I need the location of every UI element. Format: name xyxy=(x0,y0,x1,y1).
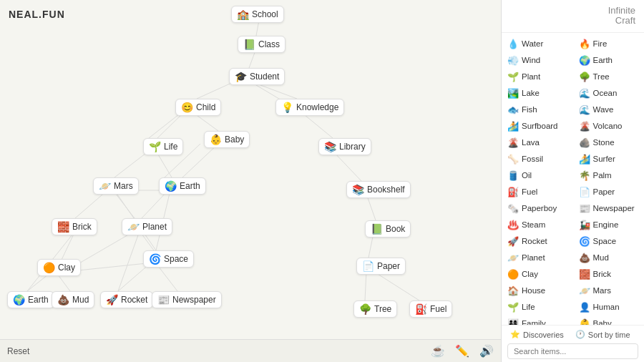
panel-item-clay[interactable]: 🟠Clay xyxy=(502,266,573,283)
tree-panel-label: Tree xyxy=(593,72,610,81)
panel-item-wave[interactable]: 🌊Wave xyxy=(573,102,645,118)
mars-icon: 🪐 xyxy=(579,285,590,296)
canvas-node-brick-left[interactable]: 🧱Brick xyxy=(52,218,97,235)
knowledge-icon: 💡 xyxy=(281,102,293,113)
rocket-panel-label: Rocket xyxy=(522,237,547,245)
canvas-node-knowledge[interactable]: 💡Knowledge xyxy=(275,99,344,116)
canvas-node-earth-mid[interactable]: 🌍Earth xyxy=(159,177,206,195)
panel-item-wind[interactable]: 💨Wind xyxy=(502,52,573,69)
panel-item-lake[interactable]: 🏞️Lake xyxy=(502,85,573,102)
surfer-icon: 🏄 xyxy=(579,154,590,165)
clay-left-label: Clay xyxy=(58,263,75,273)
panel-item-planet[interactable]: 🪐Planet xyxy=(502,250,573,266)
brick-icon: 🧱 xyxy=(579,269,590,280)
panel-item-house[interactable]: 🏠House xyxy=(502,283,573,299)
panel-item-ocean[interactable]: 🌊Ocean xyxy=(573,85,645,102)
panel-item-water[interactable]: 💧Water xyxy=(502,36,573,52)
cup-icon[interactable]: ☕ xyxy=(431,344,445,358)
canvas-node-rocket[interactable]: 🚀Rocket xyxy=(100,291,153,308)
panel-item-oil[interactable]: 🛢️Oil xyxy=(502,167,573,184)
panel-item-fish[interactable]: 🐟Fish xyxy=(502,102,573,118)
panel-item-space[interactable]: 🌀Space xyxy=(573,233,645,250)
panel-item-fire[interactable]: 🔥Fire xyxy=(573,36,645,52)
water-panel-label: Water xyxy=(522,39,543,48)
oil-panel-label: Oil xyxy=(522,171,532,180)
panel-item-fossil[interactable]: 🦴Fossil xyxy=(502,151,573,167)
canvas-node-library[interactable]: 📚Library xyxy=(318,138,371,155)
oil-icon: 🛢️ xyxy=(507,170,519,181)
child-icon: 😊 xyxy=(181,102,193,113)
discoveries-icon: ⭐ xyxy=(510,330,520,339)
panel-item-tree[interactable]: 🌳Tree xyxy=(573,69,645,85)
canvas-node-baby[interactable]: 👶Baby xyxy=(204,131,250,148)
panel-item-paperboy[interactable]: 🗞️Paperboy xyxy=(502,200,573,217)
canvas-node-earth-bottom[interactable]: 🌍Earth xyxy=(7,291,54,308)
panel-item-stone[interactable]: 🪨Stone xyxy=(573,134,645,151)
canvas-node-school[interactable]: 🏫School xyxy=(231,6,284,23)
canvas-node-space[interactable]: 🌀Space xyxy=(143,250,194,268)
fuel-label: Fuel xyxy=(430,304,447,314)
panel-item-steam[interactable]: ♨️Steam xyxy=(502,217,573,233)
canvas-node-class[interactable]: 📗Class xyxy=(238,36,286,53)
panel-item-paper[interactable]: 📄Paper xyxy=(573,184,645,200)
ocean-icon: 🌊 xyxy=(579,88,590,99)
panel-item-plant[interactable]: 🌱Plant xyxy=(502,69,573,85)
paper-right-label: Paper xyxy=(377,261,400,271)
panel-item-surfer[interactable]: 🏄Surfer xyxy=(573,151,645,167)
panel-item-rocket[interactable]: 🚀Rocket xyxy=(502,233,573,250)
canvas-node-newspaper[interactable]: 📰Newspaper xyxy=(152,291,222,308)
canvas-node-book[interactable]: 📗Book xyxy=(365,220,411,238)
house-icon: 🏠 xyxy=(507,285,519,296)
tree-label: Tree xyxy=(374,304,391,314)
panel-item-brick[interactable]: 🧱Brick xyxy=(573,266,645,283)
canvas-node-student[interactable]: 🎓Student xyxy=(229,68,285,85)
search-input[interactable] xyxy=(507,343,638,359)
canvas-node-fuel[interactable]: ⛽Fuel xyxy=(409,300,452,318)
surfer-panel-label: Surfer xyxy=(593,155,615,163)
class-label: Class xyxy=(258,39,280,49)
child-label: Child xyxy=(196,102,215,112)
school-icon: 🏫 xyxy=(237,9,249,20)
earth-bottom-label: Earth xyxy=(28,295,49,305)
panel-item-baby[interactable]: 👶Baby xyxy=(573,315,645,325)
sound-icon[interactable]: 🔊 xyxy=(479,344,494,358)
sort-button[interactable]: 🕐 Sort by time xyxy=(572,328,633,341)
earth-mid-icon: 🌍 xyxy=(165,180,177,192)
life-icon: 🌱 xyxy=(507,302,519,313)
canvas-node-clay-left[interactable]: 🟠Clay xyxy=(37,259,81,276)
panel-footer: ⭐ Discoveries 🕐 Sort by time xyxy=(502,325,644,362)
edit-icon[interactable]: ✏️ xyxy=(455,344,469,358)
newspaper-icon: 📰 xyxy=(579,203,590,214)
canvas-node-child[interactable]: 😊Child xyxy=(175,99,221,116)
panel-item-newspaper[interactable]: 📰Newspaper xyxy=(573,200,645,217)
canvas-node-tree[interactable]: 🌳Tree xyxy=(353,300,397,318)
panel-item-volcano[interactable]: 🌋Volcano xyxy=(573,118,645,134)
fire-panel-label: Fire xyxy=(593,39,608,48)
canvas-node-planet[interactable]: 🪐Planet xyxy=(122,218,172,235)
rocket-icon: 🚀 xyxy=(106,294,118,305)
canvas-node-mars-left[interactable]: 🪐Mars xyxy=(93,177,139,195)
sort-label: Sort by time xyxy=(588,331,630,339)
life-panel-label: Life xyxy=(522,303,535,311)
panel-item-earth[interactable]: 🌍Earth xyxy=(573,52,645,69)
panel-item-mars[interactable]: 🪐Mars xyxy=(573,283,645,299)
panel-item-life[interactable]: 🌱Life xyxy=(502,299,573,315)
panel-item-family[interactable]: 👨‍👩‍👧Family xyxy=(502,315,573,325)
panel-item-surfboard[interactable]: 🏄Surfboard xyxy=(502,118,573,134)
panel-item-palm[interactable]: 🌴Palm xyxy=(573,167,645,184)
panel-item-mud[interactable]: 💩Mud xyxy=(573,250,645,266)
panel-item-lava[interactable]: 🌋Lava xyxy=(502,134,573,151)
panel-item-human[interactable]: 👤Human xyxy=(573,299,645,315)
discoveries-button[interactable]: ⭐ Discoveries xyxy=(507,328,567,341)
panel-item-fuel[interactable]: ⛽Fuel xyxy=(502,184,573,200)
svg-line-24 xyxy=(372,270,419,300)
items-list[interactable]: 💧Water🔥Fire💨Wind🌍Earth🌱Plant🌳Tree🏞️Lake🌊… xyxy=(502,33,644,325)
engine-icon: 🚂 xyxy=(579,220,590,230)
reset-button[interactable]: Reset xyxy=(7,346,29,356)
canvas-node-paper-right[interactable]: 📄Paper xyxy=(356,258,406,275)
canvas-node-mud[interactable]: 💩Mud xyxy=(52,291,94,308)
planet-icon: 🪐 xyxy=(507,253,519,263)
panel-item-engine[interactable]: 🚂Engine xyxy=(573,217,645,233)
canvas-node-bookshelf[interactable]: 📚Bookshelf xyxy=(346,181,411,198)
canvas-node-life[interactable]: 🌱Life xyxy=(143,138,183,155)
